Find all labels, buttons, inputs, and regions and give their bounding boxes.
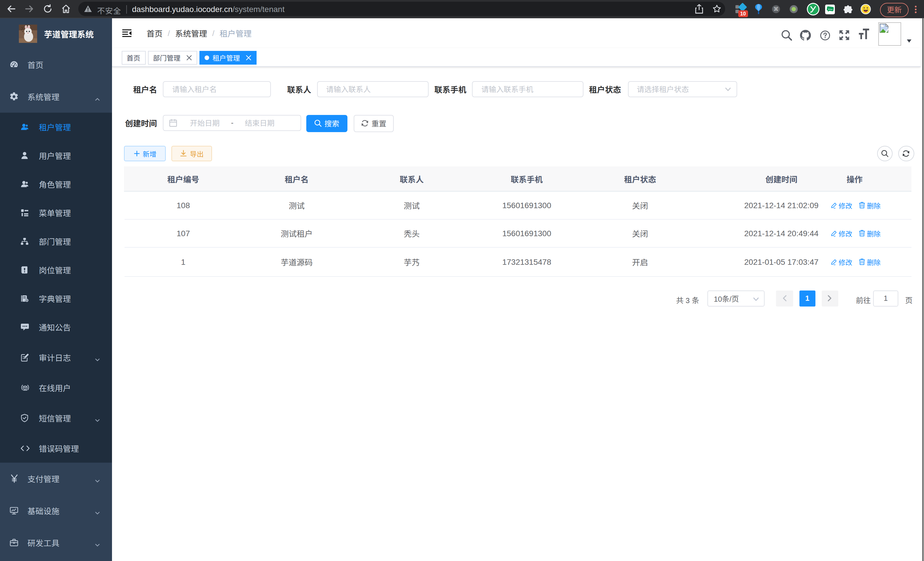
svg-text:⌘: ⌘	[773, 6, 778, 12]
